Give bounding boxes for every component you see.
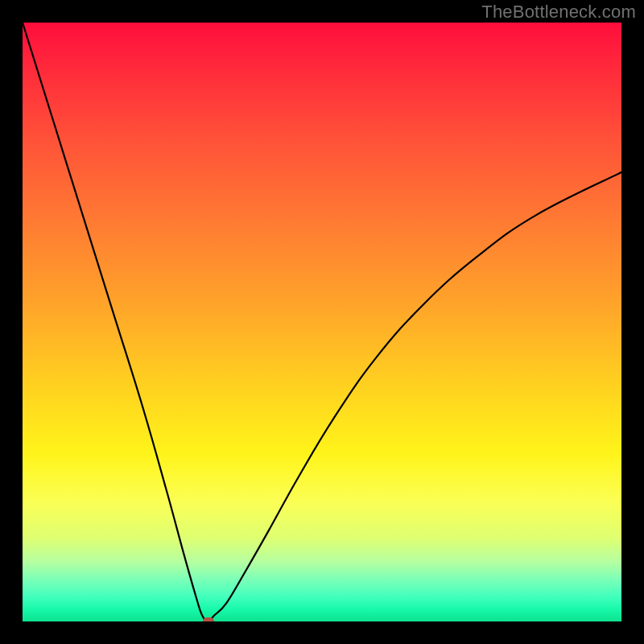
plot-area	[23, 23, 621, 621]
min-point-marker	[203, 617, 214, 621]
chart-frame: TheBottleneck.com	[0, 0, 644, 644]
bottleneck-curve	[23, 23, 621, 621]
watermark-text: TheBottleneck.com	[481, 2, 636, 23]
